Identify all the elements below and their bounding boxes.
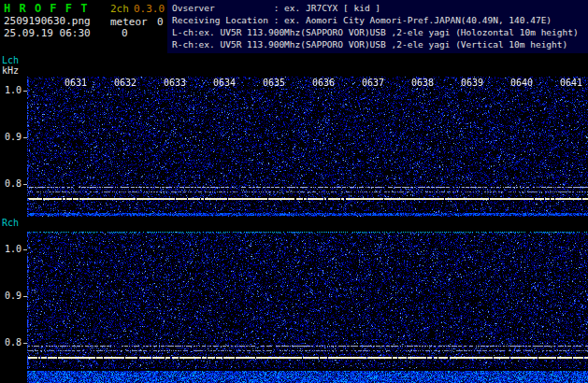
time-label-0641: 0641 [560, 78, 582, 88]
rch-channel-label: Rch [2, 218, 19, 228]
rch-freq-label-0-8: 0.8 [5, 337, 22, 348]
meteor-mode-label: meteor [110, 16, 148, 28]
time-label-0636: 0636 [312, 78, 335, 88]
rch-spectrogram [27, 232, 588, 369]
khz-unit-label: kHz [2, 65, 19, 76]
app-version: 0.3.0 [134, 3, 165, 15]
freq-tick-mark [23, 249, 27, 250]
rch-freq-label-1-0: 1.0 [5, 244, 22, 254]
hrofft-window: H R O F F T 2ch 0.3.0 2509190630.png met… [0, 0, 588, 383]
freq-tick-mark [23, 137, 27, 138]
observation-info-panel: Ovserver : ex. JR7CYX [ kid ] Receiving … [167, 0, 588, 53]
lch-receiver-info-line: L-ch:ex. UV5R 113.900Mhz(SAPPORO VOR)USB… [172, 26, 588, 38]
freq-tick-mark [23, 91, 27, 92]
observation-datetime: 25.09.19 06:30 [4, 27, 91, 39]
output-filename: 2509190630.png [4, 15, 91, 27]
time-label-0640: 0640 [510, 78, 533, 88]
lch-freq-label-0-9: 0.9 [5, 132, 22, 142]
freq-tick-mark [23, 296, 27, 297]
lch-channel-label: Lch [2, 55, 19, 65]
freq-tick-mark [23, 184, 27, 185]
time-label-0632: 0632 [114, 78, 136, 88]
time-label-0633: 0633 [164, 78, 186, 88]
freq-tick-mark [23, 343, 27, 344]
time-label-0634: 0634 [213, 78, 236, 88]
lch-spectrogram [27, 77, 588, 217]
time-label-0631: 0631 [65, 78, 87, 88]
time-label-0635: 0635 [263, 78, 285, 88]
meteor-count-bottom: 0 [122, 27, 128, 39]
time-label-0637: 0637 [362, 78, 384, 88]
meteor-count-top: 0 [157, 16, 164, 28]
lch-freq-label-1-0: 1.0 [5, 85, 22, 95]
rch-receiver-info-line: R-ch:ex. UV5R 113.900Mhz(SAPPORO VOR)USB… [172, 38, 588, 50]
rch-freq-label-0-9: 0.9 [5, 291, 22, 301]
observer-info-line: Ovserver : ex. JR7CYX [ kid ] [172, 2, 588, 14]
lch-freq-label-0-8: 0.8 [5, 178, 22, 189]
app-channel-mode: 2ch [110, 3, 129, 15]
rch-signal-level-strip [27, 371, 588, 383]
location-info-line: Receiving Location : ex. Aomori City Aom… [172, 14, 588, 26]
time-label-0639: 0639 [461, 78, 483, 88]
app-title: H R O F F T [4, 2, 88, 15]
time-label-0638: 0638 [411, 78, 434, 88]
